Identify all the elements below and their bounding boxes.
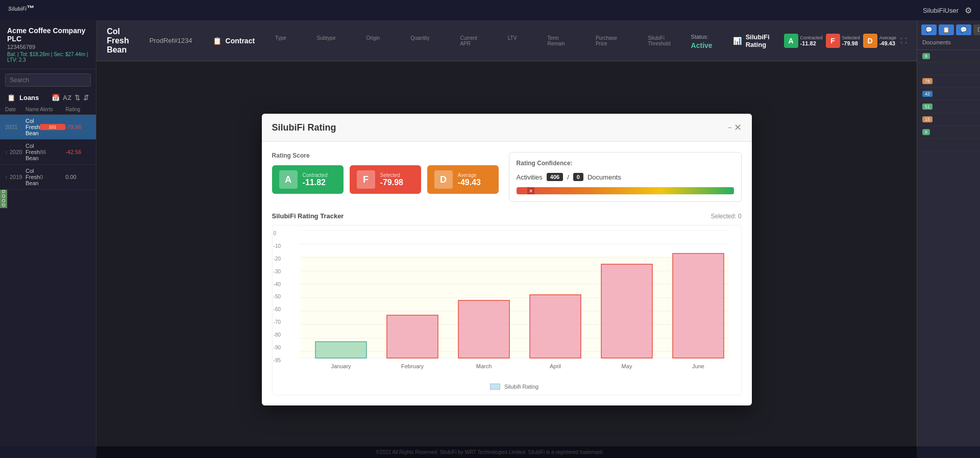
settings-icon[interactable]: ⚙ <box>965 6 972 15</box>
doc-item-5: 15 0/102 <box>917 113 980 126</box>
chart-legend: Silubifi Rating <box>293 384 736 395</box>
rating-score-label: Rating Score <box>272 152 499 159</box>
grade-average: D <box>863 34 877 48</box>
svg-text:January: January <box>331 363 351 369</box>
sidebar-item-0[interactable]: 2021 Col Fresh Bean 101 -79.98 <box>0 115 96 140</box>
contracted-grade: A <box>279 170 298 189</box>
col-purchase: Purchase Price <box>596 35 617 46</box>
score-card-average: D Average -49.43 <box>427 165 499 194</box>
doc-item-1: 0/4 <box>917 63 980 75</box>
score-cards: A Contracted -11.82 F Selected <box>272 165 499 194</box>
main-layout: Acme Coffee Company PLC 123456789 Bal: |… <box>0 20 980 458</box>
calendar-icon[interactable]: 📅 <box>52 94 60 101</box>
col-alerts: Alerts <box>40 107 65 112</box>
grade-contracted: A <box>784 34 798 48</box>
item-alert-1: 86 <box>40 149 65 155</box>
rating-card-selected: F Selected -79.98 <box>826 34 860 48</box>
score-card-selected: F Selected -79.98 <box>350 165 421 194</box>
status-value: Active <box>691 41 713 49</box>
filter-icon[interactable]: ⇅ <box>75 94 80 101</box>
sidebar-table-header: Date Name Alerts Rating <box>0 105 96 115</box>
good-bar[interactable]: Good <box>0 190 7 208</box>
tab-list[interactable]: 📋 <box>939 24 954 35</box>
doc-item-7: 0/12 <box>917 139 980 151</box>
confidence-panel: Rating Confidence: Activities 406 / 0 Do… <box>509 152 742 202</box>
doc-item-3: 42 0/156 <box>917 88 980 100</box>
modal-title: SilubiFi Rating <box>272 122 336 133</box>
sidebar-search-container <box>0 69 96 91</box>
col-threshold: SilubiFi Threshold <box>648 35 670 46</box>
svg-rect-17 <box>673 253 724 358</box>
svg-rect-14 <box>458 300 509 358</box>
activities-row: Activities 406 / 0 Documents <box>517 173 734 181</box>
item-name-1: Col Fresh Bean <box>26 143 40 161</box>
modal-minimize-button[interactable]: − <box>727 123 731 132</box>
confidence-marker <box>527 187 534 194</box>
company-balance: Bal: | Tot: $18.26m | Sec: $27.44m | LTV… <box>7 52 89 63</box>
score-panel: Rating Score A Contracted -11.82 <box>272 152 499 202</box>
item-name-0: Col Fresh Bean <box>26 118 40 136</box>
sort-desc-icon[interactable]: ⇵ <box>83 94 89 101</box>
status-label: Status: <box>691 34 708 40</box>
y-axis: 0 -10 -20 -30 -40 -50 -60 -70 -80 -90 -9 <box>274 231 281 363</box>
item-year-2: ↕ 2019 <box>5 174 26 180</box>
score-card-contracted: A Contracted -11.82 <box>272 165 344 194</box>
tab-chat[interactable]: 💬 <box>956 24 971 35</box>
col-subtype: Subtype <box>317 35 336 46</box>
rating-section: 📊 SilubiFi Rating A Contracted -11.82 F … <box>733 33 906 48</box>
top-nav: SilubiFi™ SilubiFiUser ⚙ <box>0 0 980 20</box>
rating-chart-icon: 📊 <box>733 37 742 45</box>
item-rating-0: -79.98 <box>65 124 91 130</box>
activities-count: 406 <box>547 173 563 181</box>
grade-selected: F <box>826 34 840 48</box>
expand-icon[interactable]: ⛶ <box>900 37 906 44</box>
sidebar-item-2[interactable]: ↕ 2019 Col Fresh Bean 0 0.00 <box>0 165 96 190</box>
col-rating: Rating <box>65 107 91 112</box>
content-area: Col Fresh Bean ProdRef#1234 📋 Contract T… <box>96 20 917 458</box>
legend-box <box>490 384 500 390</box>
contract-section: 📋 Contract <box>213 37 255 45</box>
col-term: Term Remain <box>547 35 565 46</box>
confidence-bar <box>517 187 734 194</box>
col-apr: Current APR <box>460 35 477 46</box>
col-type: Type <box>275 35 286 46</box>
col-headers-inline: Type Subtype Origin Quantity Current APR… <box>275 35 670 46</box>
svg-rect-15 <box>530 295 581 358</box>
col-ltv: LTV <box>508 35 517 46</box>
documents-count: 0 <box>573 173 583 181</box>
svg-text:April: April <box>550 363 561 369</box>
modal-header: SilubiFi Rating − ✕ <box>262 114 752 142</box>
confidence-title: Rating Confidence: <box>517 160 734 167</box>
svg-rect-16 <box>601 264 652 358</box>
content-header: Col Fresh Bean ProdRef#1234 📋 Contract T… <box>96 20 917 61</box>
selected-grade: F <box>357 170 375 189</box>
sidebar-item-1[interactable]: ↕ 2020 Col Fresh Bean 86 -42.56 <box>0 140 96 165</box>
modal-close-button[interactable]: ✕ <box>734 122 742 133</box>
svg-text:May: May <box>621 363 632 369</box>
loans-header: 📋 Loans 📅 AZ ⇅ ⇵ <box>0 91 96 105</box>
product-name: Col Fresh Bean <box>107 27 129 55</box>
company-info: Acme Coffee Company PLC 123456789 Bal: |… <box>0 20 96 69</box>
legend-label: Silubifi Rating <box>504 384 538 390</box>
col-date: Date <box>5 107 26 112</box>
col-quantity: Quantity <box>410 35 429 46</box>
search-input[interactable] <box>5 73 91 87</box>
tab-docs[interactable]: Documents <box>973 24 980 35</box>
loans-label: Loans <box>19 94 39 101</box>
username: SilubiFiUser <box>923 7 959 14</box>
col-name: Name <box>26 107 40 112</box>
status-section: Status: Active <box>691 32 713 50</box>
doc-item-2: 78 0/12 <box>917 75 980 88</box>
svg-rect-12 <box>315 342 366 358</box>
sort-icon[interactable]: AZ <box>63 94 71 101</box>
chart-svg: January February March April May June <box>293 231 736 378</box>
prod-ref: ProdRef#1234 <box>150 37 192 44</box>
sidebar: Acme Coffee Company PLC 123456789 Bal: |… <box>0 20 96 458</box>
docs-header: Documents <box>917 39 980 50</box>
contract-label: Contract <box>226 37 255 45</box>
item-rating-2: 0.00 <box>65 174 91 180</box>
tab-messages[interactable]: 💬 <box>921 24 937 35</box>
rating-card-average: D Average -49.43 <box>863 34 896 48</box>
company-id: 123456789 <box>7 44 89 50</box>
rating-title: SilubiFi Rating <box>746 33 770 48</box>
